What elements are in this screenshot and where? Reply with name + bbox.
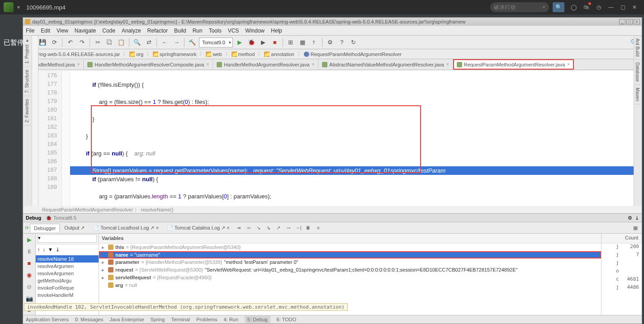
find-icon[interactable]: 🔍 xyxy=(132,38,142,47)
stop-icon[interactable]: ■ xyxy=(270,38,280,47)
menu-navigate[interactable]: Navigate xyxy=(75,28,96,34)
maven-tab[interactable]: Maven xyxy=(634,85,641,104)
menu-tools[interactable]: Tools xyxy=(209,28,222,34)
tab-1[interactable]: HandlerMethodArgumentResolverComposite.j… xyxy=(84,59,213,70)
minimize-icon[interactable]: — xyxy=(605,4,617,10)
tab-close-icon[interactable]: × xyxy=(446,62,449,67)
menu-help[interactable]: Help xyxy=(271,28,282,34)
redo-icon[interactable]: ↷ xyxy=(77,38,87,47)
run-config-combo[interactable]: Tomcat9.0 xyxy=(199,38,233,47)
profiler-icon[interactable]: ⫯ xyxy=(309,38,319,47)
tab-4[interactable]: RequestParamMethodArgumentResolver.java× xyxy=(453,59,574,70)
app-servers-tab[interactable]: Application Servers xyxy=(26,317,69,322)
crumb-annotation[interactable]: 📁annotation xyxy=(264,52,294,57)
debugger-tab[interactable]: Debugger xyxy=(30,224,60,232)
settings-icon[interactable]: ⚙ xyxy=(325,38,335,47)
frame-5[interactable]: invokeHandlerM xyxy=(36,291,99,299)
clear-search-icon[interactable]: × xyxy=(542,4,545,10)
breakpoints-icon[interactable]: ◉ xyxy=(25,271,34,280)
undo-icon[interactable]: ↶ xyxy=(65,38,75,47)
menu-file[interactable]: File xyxy=(26,28,34,34)
menu-view[interactable]: View xyxy=(57,28,68,34)
run-to-cursor-icon[interactable]: →| xyxy=(294,223,303,232)
database-tab[interactable]: Database xyxy=(634,60,641,85)
menu-edit[interactable]: Edit xyxy=(41,28,50,34)
problems-tab[interactable]: Problems xyxy=(196,317,217,322)
help-icon[interactable]: ? xyxy=(337,38,347,47)
debug-icon[interactable]: 🐞 xyxy=(246,38,256,47)
step-over-icon[interactable]: ⤼ xyxy=(244,223,253,232)
crumb-web[interactable]: 📁web xyxy=(206,52,222,57)
filter-frames-icon[interactable]: ▼ xyxy=(48,247,53,252)
menu-analyze[interactable]: Analyze xyxy=(122,28,141,34)
ide-minimize-icon[interactable]: _ xyxy=(619,19,625,24)
frame-2[interactable]: resolveArgumen xyxy=(36,270,99,277)
frame-3[interactable]: getMethodArgu xyxy=(36,277,99,284)
frame-1[interactable]: resolveArgumen xyxy=(36,263,99,270)
var-servletRequest[interactable]: ▸ servletRequest = {RequestFacade@4960} xyxy=(99,274,601,282)
step-into-icon[interactable]: ↘ xyxy=(254,223,263,232)
run-tab[interactable]: 4: Run xyxy=(223,317,238,322)
terminal-tab[interactable]: Terminal xyxy=(171,317,190,322)
dump-icon[interactable]: 📷 xyxy=(25,294,34,303)
menu-window[interactable]: Window xyxy=(245,28,265,34)
crumb-springframework[interactable]: 📁springframework xyxy=(153,52,196,57)
trace-icon[interactable]: ≡ xyxy=(314,223,323,232)
next-frame-icon[interactable]: ↓ xyxy=(43,247,46,252)
frame-0[interactable]: resolveName 18 xyxy=(36,255,99,263)
favorites-tool-tab[interactable]: 2: Favorites xyxy=(23,96,31,126)
rerun-icon[interactable]: ⟳ xyxy=(25,225,29,231)
tab-close-icon[interactable]: × xyxy=(567,62,570,67)
crumb-jar[interactable]: 📦spring-web-5.0.4.RELEASE-sources.jar xyxy=(26,52,120,57)
todo-tab[interactable]: 6: TODO xyxy=(277,317,297,322)
var-request[interactable]: ▸ request = {ServletWebRequest@5300} "Se… xyxy=(99,266,601,274)
resume-icon[interactable]: ▶ xyxy=(25,235,34,244)
tab-close-icon[interactable]: × xyxy=(77,62,80,67)
code-editor[interactable]: 1761771781791801811821831841851861871881… xyxy=(38,71,634,206)
menu-build[interactable]: Build xyxy=(174,28,186,34)
top-search-box[interactable]: 破冰行动 × xyxy=(490,2,549,12)
ant-build-tab[interactable]: Ant Build xyxy=(634,36,641,60)
menu-code[interactable]: Code xyxy=(102,28,115,34)
menu-vcs[interactable]: VCS xyxy=(228,28,239,34)
build-icon[interactable]: 🔨 xyxy=(187,38,197,47)
frame-4[interactable]: invokeForReque xyxy=(36,284,99,291)
maximize-icon[interactable]: ▢ xyxy=(617,4,629,10)
crumb-org[interactable]: 📁org xyxy=(129,52,143,57)
force-step-into-icon[interactable]: ⇘ xyxy=(264,223,273,232)
chevron-down-icon[interactable]: ▾ xyxy=(17,4,20,10)
debug-bottom-tab[interactable]: 5: Debug xyxy=(245,316,270,323)
stop-debug-icon[interactable]: ■ xyxy=(25,259,34,268)
tomcat-catalina-log-tab[interactable]: 📄 Tomcat Catalina Log ↗ × xyxy=(163,224,233,232)
java-enterprise-tab[interactable]: Java Enterprise xyxy=(109,317,144,322)
copy-icon[interactable]: ⿻ xyxy=(104,38,114,47)
forward-icon[interactable]: → xyxy=(171,38,181,47)
output-tab[interactable]: Output ↗ xyxy=(61,224,88,232)
structure-tool-tab[interactable]: 7: Structure xyxy=(23,67,31,96)
ide-close-icon[interactable]: × xyxy=(634,19,640,24)
var-arg[interactable]: arg = null xyxy=(99,282,601,289)
user-icon[interactable]: ◯ xyxy=(569,3,578,11)
spring-tab[interactable]: Spring xyxy=(151,317,165,322)
layout-icon[interactable]: ▦ xyxy=(631,223,640,232)
tab-close-icon[interactable]: × xyxy=(312,62,314,67)
debug-settings-icon[interactable]: ⚙ xyxy=(628,215,632,221)
thread-combo[interactable]: ▾ xyxy=(38,235,97,243)
evaluate-icon[interactable]: 🖩 xyxy=(304,223,313,232)
tab-2[interactable]: HandlerMethodArgumentResolver.java× xyxy=(213,59,318,70)
paste-icon[interactable]: 📋 xyxy=(116,38,126,47)
tab-3[interactable]: AbstractNamedValueMethodArgumentResolver… xyxy=(318,59,453,70)
project-tool-tab[interactable]: 1: Project ▾ xyxy=(23,36,31,67)
cart-icon[interactable]: 🛍 xyxy=(582,3,590,11)
close-icon[interactable]: ✕ xyxy=(629,4,640,10)
tomcat-local-log-tab[interactable]: 📄 Tomcat Localhost Log ↗ × xyxy=(89,224,162,232)
replace-icon[interactable]: ⇄ xyxy=(144,38,154,47)
save-icon[interactable]: 💾 xyxy=(38,38,47,47)
tab-close-icon[interactable]: × xyxy=(206,62,209,67)
db-icon[interactable]: ▦ xyxy=(298,38,308,47)
code-content[interactable]: if (!files.isEmpty()) { arg = (files.siz… xyxy=(70,71,634,206)
step-out-icon[interactable]: ↗ xyxy=(274,223,283,232)
crumb-class[interactable]: ©RequestParamMethodArgumentResolver xyxy=(304,52,402,57)
mute-breakpoints-icon[interactable]: ⊘ xyxy=(25,282,34,291)
coverage-icon[interactable]: ▶ xyxy=(258,38,268,47)
